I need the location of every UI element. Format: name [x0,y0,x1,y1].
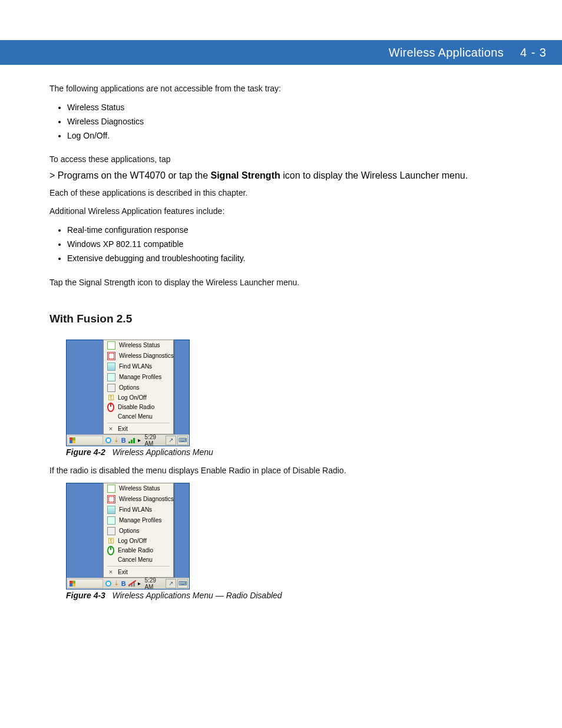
between-figures-text: If the radio is disabled the menu displa… [49,465,527,477]
menu-item-exit[interactable]: × Exit [104,424,173,434]
sip-button[interactable]: ⌨ [177,436,188,445]
list-item: Wireless Diagnostics [67,115,527,129]
tray-icon[interactable]: ⇣ [114,436,119,444]
menu-item-manage-profiles[interactable]: Manage Profiles [104,515,173,526]
tray-expand-icon[interactable]: ▸ [138,437,141,443]
list-item: Extensive debugging and troubleshooting … [67,252,527,266]
taskbar-clock: 5:29 AM [144,577,166,590]
menu-item-label: Disable Radio [118,404,154,410]
menu-item-label: Enable Radio [118,547,153,554]
tray-icon[interactable]: ⇣ [114,579,119,587]
taskbar: ⇣ B ▸ 5:29 AM ↗ ⌨ [67,434,189,446]
close-icon: × [107,569,114,576]
text-fragment: To access these applications, tap [49,154,170,164]
menu-item-wireless-diagnostics[interactable]: Wireless Diagnostics [104,351,173,361]
system-tray: ⇣ B ▸ 5:29 AM [105,434,166,447]
find-icon [107,506,115,514]
profiles-icon [107,373,115,381]
blank-icon [107,556,114,564]
system-tray: ⇣ B ▸ 5:29 AM [105,577,166,590]
menu-item-label: Wireless Status [119,342,160,348]
list-item: Windows XP 802.11 compatible [67,238,527,252]
menu-item-label: Options [119,528,139,534]
desktop-button[interactable]: ↗ [166,579,176,588]
menu-item-label: Manage Profiles [119,374,161,380]
signal-strength-icon[interactable] [128,437,136,443]
tray-icon[interactable] [105,437,111,443]
page-body: The following applications are not acces… [49,83,527,608]
page-header-band: Wireless Applications 4 - 3 [0,40,562,65]
bluetooth-icon[interactable]: B [121,437,126,444]
status-icon [107,485,115,493]
wireless-launcher-menu: Wireless Status Wireless Diagnostics Fin… [103,340,174,434]
intro-line-2: Each of these applications is described … [49,187,527,199]
list-item: Wireless Status [67,101,527,115]
menu-item-find-wlans[interactable]: Find WLANs [104,505,173,515]
figure-label: Figure 4-3 [66,591,105,600]
profiles-icon [107,516,115,525]
options-icon [107,384,115,392]
windows-logo-icon [70,437,75,443]
start-button[interactable] [67,436,103,445]
menu-item-wireless-status[interactable]: Wireless Status [104,483,173,494]
desktop-area: Wireless Status Wireless Diagnostics Fin… [67,340,189,434]
screenshot-radio-enabled: Wireless Status Wireless Diagnostics Fin… [66,340,190,446]
section-heading: With Fusion 2.5 [49,312,527,325]
menu-item-options[interactable]: Options [104,383,173,393]
menu-separator [107,423,170,423]
text-fragment: Programs [58,170,98,180]
figure-caption-text: Wireless Applications Menu — Radio Disab… [113,591,282,600]
close-icon: × [107,426,114,433]
options-icon [107,527,115,535]
menu-item-label: Wireless Diagnostics [119,353,174,359]
menu-item-options[interactable]: Options [104,526,173,536]
desktop-area: Wireless Status Wireless Diagnostics Fin… [67,483,189,578]
menu-item-label: Log On/Off [118,538,147,544]
power-on-icon [107,546,114,555]
menu-item-wireless-diagnostics[interactable]: Wireless Diagnostics [104,494,173,505]
menu-item-label: Exit [118,569,128,575]
menu-item-enable-radio[interactable]: Enable Radio [104,546,173,555]
intro-line-3: Additional Wireless Application features… [49,205,527,218]
sip-button[interactable]: ⌨ [177,579,188,588]
start-button[interactable] [67,579,103,588]
menu-item-label: Wireless Diagnostics [119,496,174,502]
windows-logo-icon [174,154,183,164]
text-fragment: > [49,170,58,180]
menu-item-cancel[interactable]: Cancel Menu [104,412,173,421]
app-bullet-list: Wireless Status Wireless Diagnostics Log… [49,101,527,143]
menu-item-manage-profiles[interactable]: Manage Profiles [104,372,173,383]
desktop-button[interactable]: ↗ [166,436,176,445]
menu-item-label: Cancel Menu [118,413,153,420]
menu-item-label: Log On/Off [118,394,147,401]
signal-strength-disabled-icon[interactable] [128,580,136,587]
taskbar: ⇣ B ▸ 5:29 AM ↗ ⌨ [67,578,189,589]
list-item: Log On/Off. [67,129,527,143]
feature-bullet-list: Real-time configuration response Windows… [49,223,527,265]
power-off-icon [107,403,114,412]
screenshot-radio-disabled: Wireless Status Wireless Diagnostics Fin… [66,483,190,589]
menu-item-exit[interactable]: × Exit [104,568,173,577]
menu-item-label: Find WLANs [119,506,152,513]
intro-line-4: Tap the Signal Strength icon to display … [49,276,527,289]
text-fragment: icon to display the Wireless Launcher me… [283,170,468,180]
menu-item-find-wlans[interactable]: Find WLANs [104,361,173,372]
menu-item-cancel[interactable]: Cancel Menu [104,555,173,565]
menu-item-disable-radio[interactable]: Disable Radio [104,403,173,412]
menu-item-label: Options [119,384,139,391]
figure-caption-2: Figure 4-3 Wireless Applications Menu — … [66,589,527,602]
menu-item-wireless-status[interactable]: Wireless Status [104,340,173,351]
bluetooth-icon[interactable]: B [121,580,126,587]
taskbar-clock: 5:29 AM [144,434,166,447]
menu-item-log-on-off[interactable]: ⚿ Log On/Off [104,536,173,546]
start-path-line: To access these applications, tap [49,153,527,166]
figure-caption-1: Figure 4-2 Wireless Applications Menu [66,446,527,459]
figure-caption-text: Wireless Applications Menu [113,447,213,457]
wireless-launcher-menu: Wireless Status Wireless Diagnostics Fin… [103,483,174,578]
menu-item-log-on-off[interactable]: ⚿ Log On/Off [104,393,173,403]
header-page-number: 4 - 3 [520,46,547,60]
tray-icon[interactable] [105,581,111,587]
list-item: Real-time configuration response [67,223,527,238]
tray-expand-icon[interactable]: ▸ [138,580,141,587]
key-icon: ⚿ [107,538,114,545]
